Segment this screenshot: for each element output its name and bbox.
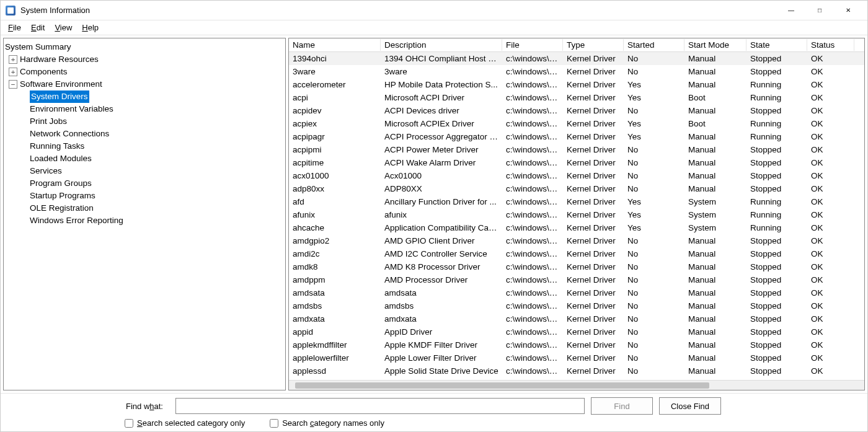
- cell-status: OK: [807, 249, 854, 259]
- cell-status: OK: [807, 327, 854, 337]
- cell-state: Stopped: [746, 157, 807, 168]
- table-row[interactable]: amdsbsamdsbsc:\windows\s...Kernel Driver…: [289, 299, 864, 312]
- find-button[interactable]: Find: [591, 397, 653, 415]
- table-row[interactable]: amdi2cAMD I2C Controller Servicec:\windo…: [289, 247, 864, 260]
- tree-item-ole-registration[interactable]: OLE Registration: [5, 202, 284, 214]
- menu-file[interactable]: File: [3, 22, 26, 33]
- table-row[interactable]: acx01000Acx01000c:\windows\s...Kernel Dr…: [289, 169, 864, 182]
- table-row[interactable]: accelerometerHP Mobile Data Protection S…: [289, 78, 864, 91]
- col-name[interactable]: Name: [289, 39, 381, 51]
- col-started[interactable]: Started: [624, 39, 684, 51]
- titlebar[interactable]: System Information — □ ✕: [1, 1, 867, 20]
- cell-status: OK: [807, 144, 854, 155]
- checkbox-search-category-names[interactable]: [270, 419, 278, 428]
- cell-type: Kernel Driver: [563, 53, 624, 64]
- cell-type: Kernel Driver: [563, 262, 624, 272]
- cell-status: OK: [807, 301, 854, 311]
- menubar: File Edit View Help: [1, 20, 867, 35]
- table-row[interactable]: afdAncillary Function Driver for ...c:\w…: [289, 195, 864, 208]
- cell-state: Running: [746, 131, 807, 142]
- tree-label: Components: [20, 66, 68, 78]
- cell-type: Kernel Driver: [563, 327, 624, 337]
- tree-item-loaded-modules[interactable]: Loaded Modules: [5, 152, 284, 165]
- cell-startmode: Manual: [684, 105, 746, 116]
- tree-item-system-drivers[interactable]: System Drivers: [5, 90, 284, 103]
- cell-name: amdgpio2: [289, 236, 381, 246]
- expand-icon[interactable]: +: [9, 55, 17, 64]
- tree-item-network-connections[interactable]: Network Connections: [5, 128, 284, 140]
- col-status[interactable]: Status: [807, 39, 854, 51]
- cell-type: Kernel Driver: [563, 92, 624, 103]
- col-state[interactable]: State: [746, 39, 807, 51]
- cell-file: c:\windows\s...: [502, 275, 563, 285]
- cell-status: OK: [807, 53, 854, 64]
- collapse-icon[interactable]: −: [9, 80, 17, 89]
- tree-label: Print Jobs: [30, 115, 67, 128]
- table-row[interactable]: applessdApple Solid State Drive Devicec:…: [289, 364, 864, 377]
- menu-view[interactable]: View: [50, 22, 77, 33]
- cell-type: Kernel Driver: [563, 301, 624, 311]
- cell-name: afd: [289, 196, 381, 207]
- cell-status: OK: [807, 118, 854, 129]
- tree-hardware-resources[interactable]: + Hardware Resources: [5, 53, 284, 66]
- search-category-names-checkbox[interactable]: Search category names only: [270, 418, 384, 428]
- col-file[interactable]: File: [502, 39, 563, 51]
- cell-file: c:\windows\s...: [502, 183, 563, 194]
- close-button[interactable]: ✕: [834, 1, 862, 20]
- cell-type: Kernel Driver: [563, 314, 624, 324]
- table-row[interactable]: ahcacheApplication Compatibility Cac...c…: [289, 221, 864, 234]
- tree-root[interactable]: System Summary: [5, 41, 284, 53]
- tree-item-startup-programs[interactable]: Startup Programs: [5, 190, 284, 202]
- list-body[interactable]: 1394ohci1394 OHCI Compliant Host C...c:\…: [289, 52, 864, 380]
- tree-item-environment-variables[interactable]: Environment Variables: [5, 103, 284, 115]
- table-row[interactable]: acpipmiACPI Power Meter Driverc:\windows…: [289, 143, 864, 156]
- table-row[interactable]: appidAppID Driverc:\windows\s...Kernel D…: [289, 325, 864, 338]
- table-row[interactable]: acpiexMicrosoft ACPIEx Driverc:\windows\…: [289, 117, 864, 130]
- tree-software-environment[interactable]: − Software Environment: [5, 78, 284, 90]
- cell-desc: ACPI Processor Aggregator D...: [381, 131, 502, 142]
- cell-state: Stopped: [746, 249, 807, 259]
- col-type[interactable]: Type: [563, 39, 624, 51]
- table-row[interactable]: acpidevACPI Devices driverc:\windows\s..…: [289, 104, 864, 117]
- tree-item-program-groups[interactable]: Program Groups: [5, 177, 284, 190]
- scrollbar-thumb[interactable]: [295, 382, 709, 389]
- table-row[interactable]: acpitimeACPI Wake Alarm Driverc:\windows…: [289, 156, 864, 169]
- close-find-button[interactable]: Close Find: [659, 397, 721, 415]
- tree-item-print-jobs[interactable]: Print Jobs: [5, 115, 284, 128]
- find-input[interactable]: [175, 398, 585, 414]
- table-row[interactable]: amdgpio2AMD GPIO Client Driverc:\windows…: [289, 234, 864, 247]
- search-selected-checkbox[interactable]: Search selected category only: [125, 418, 245, 428]
- table-row[interactable]: 3ware3warec:\windows\s...Kernel DriverNo…: [289, 65, 864, 78]
- tree-item-running-tasks[interactable]: Running Tasks: [5, 140, 284, 152]
- table-row[interactable]: amdsataamdsatac:\windows\s...Kernel Driv…: [289, 286, 864, 299]
- cell-type: Kernel Driver: [563, 275, 624, 285]
- table-row[interactable]: adp80xxADP80XXc:\windows\s...Kernel Driv…: [289, 182, 864, 195]
- col-startmode[interactable]: Start Mode: [684, 39, 746, 51]
- cell-type: Kernel Driver: [563, 66, 624, 77]
- table-row[interactable]: afunixafunixc:\windows\s...Kernel Driver…: [289, 208, 864, 221]
- table-row[interactable]: acpiMicrosoft ACPI Driverc:\windows\s...…: [289, 91, 864, 104]
- maximize-button[interactable]: □: [805, 1, 834, 20]
- expand-icon[interactable]: +: [9, 68, 17, 76]
- cell-status: OK: [807, 157, 854, 168]
- table-row[interactable]: amdk8AMD K8 Processor Driverc:\windows\s…: [289, 260, 864, 273]
- table-row[interactable]: amdppmAMD Processor Driverc:\windows\s..…: [289, 273, 864, 286]
- cell-startmode: Manual: [684, 314, 746, 324]
- cell-type: Kernel Driver: [563, 170, 624, 181]
- col-description[interactable]: Description: [381, 39, 502, 51]
- tree-item-windows-error-reporting[interactable]: Windows Error Reporting: [5, 214, 284, 227]
- minimize-button[interactable]: —: [777, 1, 805, 20]
- table-row[interactable]: applelowerfilterApple Lower Filter Drive…: [289, 351, 864, 364]
- table-row[interactable]: 1394ohci1394 OHCI Compliant Host C...c:\…: [289, 52, 864, 65]
- menu-edit[interactable]: Edit: [26, 22, 50, 33]
- tree-item-services[interactable]: Services: [5, 165, 284, 177]
- table-row[interactable]: applekmdffilterApple KMDF Filter Driverc…: [289, 338, 864, 351]
- cell-state: Stopped: [746, 183, 807, 194]
- category-tree[interactable]: System Summary + Hardware Resources + Co…: [3, 38, 286, 390]
- table-row[interactable]: amdxataamdxatac:\windows\s...Kernel Driv…: [289, 312, 864, 325]
- tree-components[interactable]: + Components: [5, 66, 284, 78]
- checkbox-search-selected[interactable]: [125, 419, 133, 428]
- table-row[interactable]: acpipagrACPI Processor Aggregator D...c:…: [289, 130, 864, 143]
- horizontal-scrollbar[interactable]: [289, 380, 864, 390]
- menu-help[interactable]: Help: [77, 22, 104, 33]
